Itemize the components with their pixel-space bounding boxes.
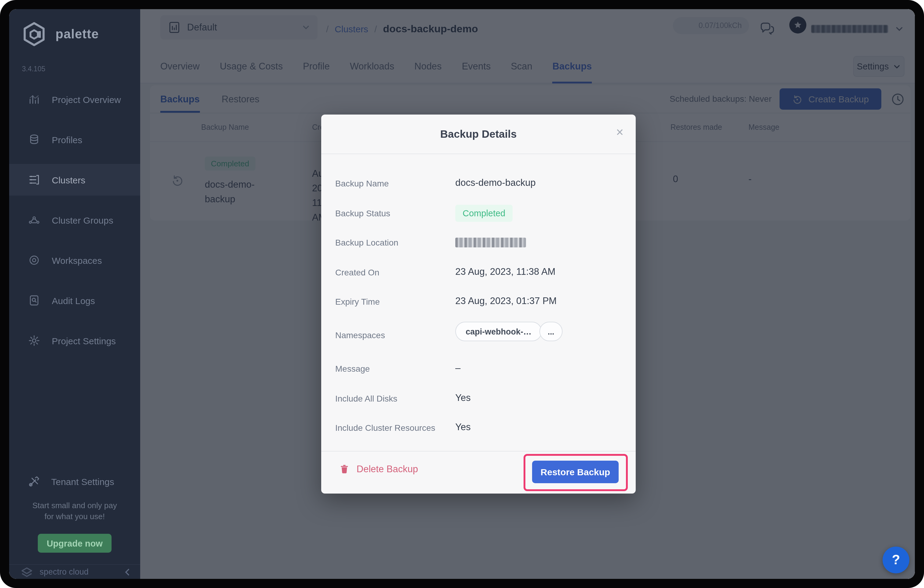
status-badge: Completed <box>455 205 513 222</box>
tools-icon <box>27 475 40 488</box>
field-label: Backup Status <box>335 208 390 218</box>
field-label: Backup Name <box>335 178 389 188</box>
namespace-pill[interactable]: capi-webhook-… <box>455 322 542 341</box>
help-button[interactable]: ? <box>883 547 909 573</box>
field-label: Include All Disks <box>335 394 398 404</box>
created-on-value: 23 Aug, 2023, 11:38 AM <box>455 266 556 277</box>
modal-row-created-on: Created On 23 Aug, 2023, 11:38 AM <box>321 264 636 282</box>
sidebar-item-label: Cluster Groups <box>52 215 113 225</box>
sidebar-item-cluster-groups[interactable]: Cluster Groups <box>9 204 140 236</box>
sidebar-item-label: Clusters <box>52 175 85 185</box>
modal-row-backup-status: Backup Status Completed <box>321 205 636 223</box>
spectro-cloud-logo-icon <box>20 565 33 578</box>
sidebar-item-tenant-settings[interactable]: Tenant Settings <box>9 466 140 497</box>
modal-row-include-cluster-resources: Include Cluster Resources Yes <box>321 419 636 438</box>
sidebar-nav: Project Overview Profiles Clusters <box>9 84 140 365</box>
upgrade-now-button[interactable]: Upgrade now <box>38 534 112 553</box>
sidebar-item-label: Profiles <box>52 134 82 145</box>
sidebar-item-workspaces[interactable]: Workspaces <box>9 244 140 276</box>
modal-row-backup-name: Backup Name docs-demo-backup <box>321 175 636 193</box>
modal-row-message: Message – <box>321 360 636 379</box>
brand: palette <box>21 21 99 47</box>
modal-row-backup-location: Backup Location <box>321 234 636 252</box>
field-label: Backup Location <box>335 238 398 247</box>
delete-backup-label: Delete Backup <box>356 464 418 475</box>
audit-log-icon <box>27 294 41 307</box>
field-label: Created On <box>335 267 380 277</box>
modal-row-expiry-time: Expiry Time 23 Aug, 2023, 01:37 PM <box>321 293 636 311</box>
field-label: Message <box>335 364 370 374</box>
trash-icon <box>339 464 350 475</box>
upgrade-promo-text: Start small and only pay for what you us… <box>9 500 140 522</box>
namespace-more-pill[interactable]: ... <box>540 322 563 341</box>
sidebar-item-project-overview[interactable]: Project Overview <box>9 84 140 115</box>
spectro-cloud-label: spectro cloud <box>40 567 117 576</box>
delete-backup-button[interactable]: Delete Backup <box>339 464 418 475</box>
sidebar-item-label: Project Settings <box>52 336 116 346</box>
window-frame: palette 3.4.105 Project Overview P <box>0 0 924 588</box>
sidebar-item-project-settings[interactable]: Project Settings <box>9 325 140 356</box>
orbit-icon <box>27 254 41 267</box>
modal-row-include-all-disks: Include All Disks Yes <box>321 390 636 408</box>
sidebar-item-label: Workspaces <box>52 255 102 265</box>
layers-icon <box>27 133 41 146</box>
sidebar-item-profiles[interactable]: Profiles <box>9 124 140 155</box>
include-all-disks-value: Yes <box>455 392 471 404</box>
app-version: 3.4.105 <box>22 65 45 72</box>
sidebar-item-audit-logs[interactable]: Audit Logs <box>9 285 140 316</box>
modal-header: Backup Details × <box>321 115 636 154</box>
modal-title: Backup Details <box>321 128 636 141</box>
sidebar-item-label: Tenant Settings <box>51 476 114 486</box>
sidebar-item-label: Audit Logs <box>52 295 95 306</box>
backup-details-modal: Backup Details × Backup Name docs-demo-b… <box>321 115 636 494</box>
bar-chart-icon <box>27 92 41 106</box>
expiry-time-value: 23 Aug, 2023, 01:37 PM <box>455 295 557 306</box>
restore-backup-button[interactable]: Restore Backup <box>532 461 619 483</box>
collapse-sidebar-icon[interactable] <box>123 568 132 576</box>
field-label: Expiry Time <box>335 297 380 306</box>
screenshot-stage: palette 3.4.105 Project Overview P <box>0 0 924 588</box>
gear-icon <box>27 334 41 348</box>
sidebar-footer: spectro cloud <box>9 564 140 579</box>
backup-name-value: docs-demo-backup <box>455 177 536 188</box>
field-label: Namespaces <box>335 330 385 340</box>
close-icon[interactable]: × <box>616 125 624 138</box>
app-window: palette 3.4.105 Project Overview P <box>9 9 915 579</box>
palette-logo-icon <box>21 21 47 47</box>
sidebar: palette 3.4.105 Project Overview P <box>9 9 140 579</box>
backup-location-redacted <box>455 238 526 247</box>
server-list-icon <box>27 173 41 186</box>
network-nodes-icon <box>27 213 41 227</box>
brand-name: palette <box>56 27 99 41</box>
include-cluster-resources-value: Yes <box>455 422 471 433</box>
modal-footer: Delete Backup Restore Backup <box>321 451 636 494</box>
field-label: Include Cluster Resources <box>335 423 435 433</box>
sidebar-item-clusters[interactable]: Clusters <box>9 164 140 196</box>
sidebar-item-label: Project Overview <box>52 94 121 104</box>
modal-row-namespaces: Namespaces capi-webhook-… ... <box>321 326 636 345</box>
message-value: – <box>455 362 460 374</box>
